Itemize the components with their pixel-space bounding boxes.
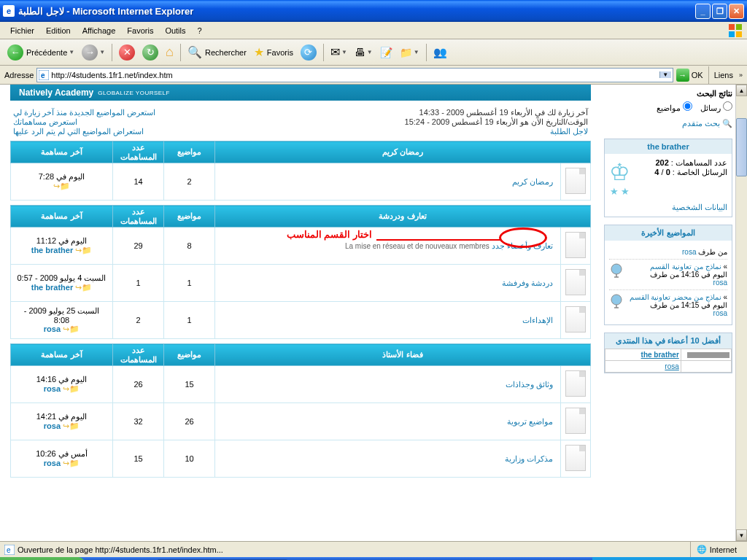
forum-home-link[interactable]: لاجل الطلبة (550, 127, 588, 136)
svg-point-7 (611, 295, 622, 305)
browser-viewport: نتائج البحث رسائل مواضيع 🔍 بحث متقدم the… (0, 85, 747, 541)
vertical-scrollbar[interactable]: ▲ ▼ (735, 85, 747, 541)
recent-item[interactable]: » نماذج من تعاونية القسم اليوم في 14:16 … (609, 260, 727, 290)
recent-item[interactable]: » نماذج من محضر تعاونية القسم اليوم في 1… (609, 290, 727, 320)
new-posts-link[interactable]: استعرض المواضيع الجديدة منذ آخر زيارة لي (13, 108, 155, 117)
forward-button[interactable]: →▼ (79, 42, 108, 63)
minimize-button[interactable]: _ (695, 4, 711, 19)
svg-point-6 (611, 264, 622, 274)
search-results-heading: نتائج البحث (604, 89, 732, 98)
scroll-thumb[interactable] (736, 118, 747, 176)
favorites-button[interactable]: ★Favoris (251, 42, 296, 63)
scroll-up-button[interactable]: ▲ (736, 85, 747, 96)
start-button[interactable]: démarrer (0, 557, 85, 560)
forum-link[interactable]: دردشة وفرفشة (502, 279, 553, 287)
menu-edit[interactable]: Edition (40, 24, 77, 37)
menu-favorites[interactable]: Favoris (121, 24, 159, 37)
svg-text:e: e (7, 546, 11, 554)
system-tray: AR ℹ️ 🛡 ⚙ ◉ ❋ 📶 🔊 💻 17:24 (592, 557, 747, 560)
top-member-row[interactable]: the brather (605, 349, 732, 361)
address-input-container[interactable]: e ▼ (36, 68, 673, 82)
forum-link[interactable]: مواضيع تربوية (507, 417, 553, 426)
unanswered-link[interactable]: استعراض المواضيع التي لم يتم الرد عليها (13, 127, 144, 136)
menu-bar: Fichier Edition Affichage Favoris Outils… (0, 22, 747, 39)
print-button[interactable]: 🖶▼ (352, 42, 376, 63)
folder-icon: 📁↪ (63, 459, 80, 467)
annotation-line (376, 239, 500, 241)
chevron-down-icon: ▼ (367, 49, 373, 55)
separator (180, 44, 181, 61)
folder-icon: 📁 (400, 47, 412, 58)
forum-category-table: آخر مساهمة عدد المساهمات مواضيع فضاء الأ… (10, 343, 591, 478)
ie-page-icon: e (4, 545, 15, 555)
category-header[interactable]: تعارف ودردشة (215, 206, 591, 228)
folder-icon: 📁↪ (75, 283, 92, 292)
windows-logo-icon (728, 23, 743, 38)
ie-page-icon: e (39, 70, 49, 80)
close-button[interactable]: ✕ (729, 4, 744, 19)
menu-file[interactable]: Fichier (4, 24, 40, 37)
category-header[interactable]: فضاء الأستاذ (215, 344, 591, 366)
history-button[interactable]: ⟳ (298, 42, 320, 63)
globe-stand-icon (609, 293, 624, 311)
address-dropdown[interactable]: ▼ (659, 71, 671, 78)
status-bar: e Ouverture de la page http://4students.… (0, 541, 747, 557)
advanced-search-link[interactable]: 🔍 بحث متقدم (604, 116, 732, 131)
search-options: رسائل مواضيع (604, 98, 732, 116)
radio-topics[interactable]: مواضيع (657, 104, 692, 112)
menu-view[interactable]: Affichage (77, 24, 122, 37)
messenger-button[interactable]: 👥 (430, 42, 450, 63)
menu-help[interactable]: ? (192, 24, 208, 37)
forum-icon (565, 445, 586, 471)
stop-button[interactable]: ✕ (116, 42, 138, 63)
annotation-circle (499, 228, 547, 248)
quick-launch: 🗔 🌐 ◐ ▦ (85, 557, 155, 560)
separator (426, 44, 427, 61)
folder-button[interactable]: 📁▼ (397, 42, 422, 63)
top-members-box: أفضل 10 أعضاء في هذا المنتدى the brather… (604, 332, 732, 373)
links-label[interactable]: Liens (714, 71, 733, 79)
user-box-header[interactable]: the brather (605, 139, 732, 154)
forum-link[interactable]: الإهداءات (522, 316, 553, 324)
recent-topics-header: المواضيع الأخيرة (605, 225, 732, 241)
edit-button[interactable]: 📝 (377, 42, 395, 63)
recent-topics-box: المواضيع الأخيرة من طرف rosa » نماذج من … (604, 225, 732, 325)
mail-icon: ✉ (330, 45, 340, 59)
forum-row: اليوم في 14:21📁↪ rosa 32 26 مواضيع تربوي… (11, 403, 591, 440)
svg-rect-3 (736, 31, 742, 37)
refresh-button[interactable]: ↻ (139, 42, 161, 63)
mail-button[interactable]: ✉▼ (328, 42, 350, 63)
scroll-down-button[interactable]: ▼ (736, 529, 747, 541)
menu-tools[interactable]: Outils (159, 24, 191, 37)
forum-row: اليوم في 14:16📁↪ rosa 26 15 وثائق وجذاذا… (11, 366, 591, 403)
top-member-row[interactable]: rosa (605, 361, 732, 373)
links-chevron-icon[interactable]: » (739, 71, 743, 79)
radio-messages[interactable]: رسائل (700, 104, 732, 112)
search-button[interactable]: 🔍Rechercher (185, 42, 249, 63)
forum-category-table: آخر مساهمة عدد المساهمات مواضيع تعارف ود… (10, 205, 591, 339)
recent-item[interactable]: من طرف rosa (609, 245, 727, 260)
forum-category-table: آخر مساهمة عدد المساهمات مواضيع رمضان كر… (10, 141, 591, 201)
folder-icon: 📁↪ (53, 182, 70, 190)
svg-rect-2 (729, 31, 735, 37)
forum-link[interactable]: وثائق وجذاذات (506, 380, 553, 389)
messenger-icon: 👥 (433, 46, 447, 59)
folder-icon: 📁↪ (63, 324, 80, 333)
go-button[interactable]: →OK (676, 69, 703, 82)
url-input[interactable] (51, 71, 659, 79)
user-info-box: the brather عدد المساهمات : 202 الرسائل … (604, 139, 732, 217)
chevron-down-icon: ▼ (414, 49, 419, 55)
forum-link[interactable]: رمضان كريم (512, 177, 553, 186)
back-button[interactable]: ←Précédente▼ (4, 42, 77, 63)
forum-link[interactable]: مذكرات وزارية (505, 454, 553, 463)
crown-icon: ♔ (609, 158, 630, 186)
folder-icon: 📁↪ (63, 384, 80, 393)
forum-row: أمس في 10:26📁↪ rosa 15 10 مذكرات وزارية (11, 440, 591, 478)
svg-text:e: e (41, 71, 45, 79)
personal-data-link[interactable]: البيانات الشخصية (672, 203, 727, 211)
top-members-header: أفضل 10 أعضاء في هذا المنتدى (605, 333, 732, 349)
home-button[interactable]: ⌂ (163, 42, 177, 63)
category-header[interactable]: رمضان كريم (215, 141, 591, 163)
my-posts-link[interactable]: استعرض مساهماتك (13, 117, 77, 126)
maximize-button[interactable]: ❐ (712, 4, 727, 19)
